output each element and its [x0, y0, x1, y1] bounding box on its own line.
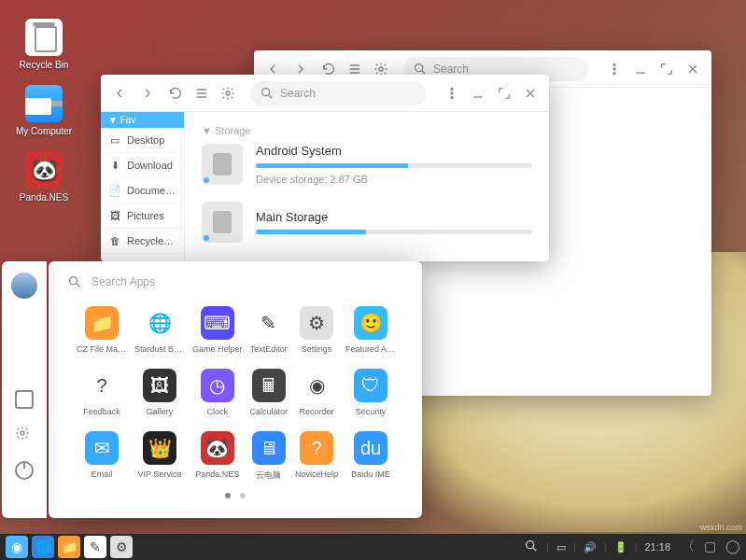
- app-icon: 🛡: [354, 369, 387, 402]
- back-button[interactable]: [108, 82, 131, 105]
- svg-point-2: [613, 63, 615, 65]
- app-game-helper[interactable]: ⌨Game Helper: [192, 306, 243, 354]
- file-manager-window-front[interactable]: Search ▼ Fav ▭Desktop ⬇Download 📄Docume……: [101, 75, 549, 261]
- app-panda-nes[interactable]: 🐼Panda.NES: [192, 431, 243, 482]
- gear-icon[interactable]: [15, 426, 34, 444]
- desktop-icon-my-computer[interactable]: My Computer: [11, 85, 77, 136]
- app-featured-app[interactable]: 🙂Featured App: [345, 306, 396, 354]
- taskbar-app-file-manager[interactable]: 📁: [58, 536, 80, 558]
- app-label: Calculator: [250, 407, 289, 416]
- storage-item-android[interactable]: Android System Device storage: 2.87 GB: [202, 144, 532, 185]
- desktop-icon-label: My Computer: [16, 126, 72, 136]
- maximize-button[interactable]: [493, 82, 515, 105]
- launcher-search[interactable]: Search Apps: [49, 261, 422, 302]
- multitask-icon[interactable]: [15, 390, 34, 409]
- nav-home-button[interactable]: ▢: [704, 539, 716, 555]
- app-cz-file-man-[interactable]: 📁CZ File Man…: [77, 306, 127, 354]
- sidebar-item-download[interactable]: ⬇Download: [101, 153, 184, 178]
- storage-subtitle: Device storage: 2.87 GB: [256, 174, 532, 185]
- page-dot-2[interactable]: [240, 493, 246, 498]
- minimize-button[interactable]: [629, 58, 652, 80]
- taskbar-app-settings[interactable]: ⚙: [110, 536, 133, 558]
- app-calculator[interactable]: 🖩Calculator: [250, 369, 289, 416]
- app-stardust-br-[interactable]: 🌐Stardust Br…: [134, 306, 185, 354]
- app-settings[interactable]: ⚙Settings: [295, 306, 338, 354]
- app-gallery[interactable]: 🖼Gallery: [134, 369, 185, 416]
- search-box[interactable]: Search: [250, 81, 426, 105]
- app-email[interactable]: ✉Email: [77, 431, 127, 482]
- svg-point-8: [451, 92, 453, 94]
- page-dot-1[interactable]: [225, 493, 231, 498]
- more-button[interactable]: [603, 58, 626, 80]
- refresh-button[interactable]: [164, 82, 187, 105]
- app-clock[interactable]: ◷Clock: [192, 369, 243, 416]
- watermark: wsxdn.com: [700, 523, 742, 532]
- app-icon: 👑: [143, 431, 176, 465]
- app-label: Gallery: [147, 407, 174, 416]
- power-icon[interactable]: [15, 461, 34, 480]
- search-placeholder: Search: [280, 87, 316, 100]
- system-tray: | ▭ | 🔊 | 🔋 | 21:18: [524, 539, 670, 555]
- app-icon: 🖥: [252, 431, 286, 465]
- nav-buttons: 〈 ▢ ◯: [682, 539, 740, 555]
- menu-button[interactable]: [192, 82, 211, 105]
- desktop-icon-label: Recycle Bin: [20, 60, 69, 70]
- sidebar-item-desktop[interactable]: ▭Desktop: [101, 128, 184, 153]
- nav-back-button[interactable]: 〈: [682, 539, 695, 555]
- svg-point-5: [226, 91, 230, 95]
- app--[interactable]: 🖥云电脑: [250, 431, 289, 482]
- desktop-icon: ▭: [108, 133, 121, 147]
- more-button[interactable]: [441, 82, 463, 105]
- close-button[interactable]: [519, 82, 542, 105]
- user-avatar[interactable]: [11, 273, 37, 299]
- app-icon: ⚙: [300, 306, 333, 340]
- recycle-bin-icon: [25, 19, 63, 56]
- app-icon: 🙂: [354, 306, 387, 340]
- download-icon: ⬇: [108, 159, 121, 172]
- app-texteditor[interactable]: ✎TextEditor: [250, 306, 289, 354]
- battery-icon[interactable]: 🔋: [614, 541, 627, 553]
- storage-progress: [256, 163, 532, 168]
- app-baidu-ime[interactable]: duBaidu IME: [345, 431, 396, 482]
- desktop-icons-area: Recycle Bin My Computer Panda.NES: [11, 19, 77, 203]
- sidebar-header-fav[interactable]: ▼ Fav: [101, 112, 184, 128]
- start-button[interactable]: ◉: [6, 536, 28, 558]
- desktop-icon-panda-nes[interactable]: Panda.NES: [11, 151, 77, 203]
- sidebar-item-pictures[interactable]: 🖼Pictures: [101, 203, 184, 229]
- notification-icon[interactable]: ▭: [556, 541, 566, 553]
- sidebar-item-recycle[interactable]: 🗑Recycle…: [101, 229, 184, 254]
- pictures-icon: 🖼: [108, 209, 121, 222]
- svg-point-4: [613, 72, 615, 74]
- storage-name: Android System: [256, 144, 532, 158]
- svg-point-3: [613, 68, 615, 70]
- volume-icon[interactable]: 🔊: [584, 541, 597, 553]
- clock[interactable]: 21:18: [644, 541, 670, 553]
- app-feedback[interactable]: ?Feedback: [77, 369, 127, 416]
- app-label: Clock: [207, 407, 229, 416]
- svg-point-11: [70, 277, 77, 285]
- minimize-button[interactable]: [467, 82, 489, 105]
- sidebar-item-documents[interactable]: 📄Docume…: [101, 178, 184, 203]
- maximize-button[interactable]: [655, 58, 678, 80]
- taskbar-app-browser[interactable]: 🌐: [32, 536, 54, 558]
- app-icon: ⌨: [201, 306, 234, 340]
- app-icon: ?: [300, 431, 333, 465]
- app-label: Featured App: [345, 344, 396, 354]
- taskbar-app-text-editor[interactable]: ✎: [84, 536, 106, 558]
- close-button[interactable]: [682, 58, 704, 80]
- app-vip-service[interactable]: 👑VIP Service: [134, 431, 185, 482]
- app-recorder[interactable]: ◉Recorder: [295, 369, 338, 416]
- search-tray-icon[interactable]: [524, 539, 539, 555]
- app-security[interactable]: 🛡Security: [345, 369, 396, 416]
- desktop-icon-recycle-bin[interactable]: Recycle Bin: [11, 19, 77, 70]
- settings-button[interactable]: [217, 82, 239, 105]
- app-novicehelp[interactable]: ?NoviceHelp: [295, 431, 338, 482]
- forward-button[interactable]: [136, 82, 159, 105]
- app-icon: 🖼: [143, 369, 176, 402]
- storage-item-main[interactable]: Main Storage: [202, 202, 532, 243]
- app-label: Recorder: [300, 407, 334, 416]
- svg-point-1: [415, 63, 423, 71]
- storage-info: Main Storage: [256, 210, 532, 234]
- app-icon: ✉: [85, 431, 119, 465]
- nav-recent-button[interactable]: ◯: [725, 539, 740, 555]
